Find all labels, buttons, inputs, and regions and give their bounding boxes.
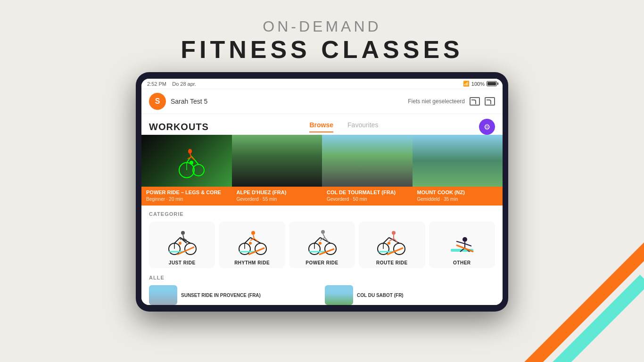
- ride-meta-2: Gevorderd · 50 min: [327, 197, 408, 202]
- category-img-power-ride: [305, 225, 339, 258]
- featured-rides: POWER RIDE – LEGS & CORE Beginner · 20 m…: [141, 135, 503, 206]
- ride-name-3: MOUNT COOK (NZ): [417, 189, 498, 196]
- svg-point-41: [321, 230, 325, 234]
- tab-favourites[interactable]: Favourites: [347, 121, 378, 132]
- page-subtitle: ON-DEMAND: [181, 18, 463, 35]
- category-label-other: OTHER: [453, 260, 471, 265]
- cast-icon-2[interactable]: [485, 97, 495, 106]
- category-label-rhythm-ride: RHYTHM RIDE: [234, 260, 270, 265]
- workouts-header: WORKOUTS Browse Favourites ⚙: [141, 114, 503, 135]
- cast-icon-1[interactable]: [470, 97, 480, 106]
- ride-card-img-1: [232, 135, 322, 187]
- tablet-screen: 2:52 PM Do 28 apr. 📶 100% S Sarah Test 5…: [141, 79, 503, 305]
- svg-line-30: [253, 235, 254, 239]
- just-ride-icon: [167, 228, 197, 255]
- app-header: S Sarah Test 5 Fiets niet geselecteerd: [141, 89, 503, 114]
- ride-card-0[interactable]: POWER RIDE – LEGS & CORE Beginner · 20 m…: [141, 135, 232, 206]
- svg-point-40: [319, 242, 322, 245]
- svg-point-17: [181, 231, 185, 235]
- decorative-stripes: [493, 230, 644, 362]
- avatar: S: [149, 93, 166, 110]
- alle-section: ALLE SUNSET RIDE IN PROVENCE (FRA) COL D…: [141, 270, 503, 305]
- status-time: 2:52 PM Do 28 apr.: [147, 81, 196, 87]
- svg-line-42: [323, 234, 325, 238]
- svg-point-15: [179, 242, 182, 245]
- battery-fill: [487, 82, 496, 85]
- bike-status: Fiets niet geselecteerd: [408, 98, 465, 105]
- tab-browse[interactable]: Browse: [309, 121, 333, 132]
- stripe-teal: [507, 275, 644, 362]
- ride-meta-1: Gevorderd · 55 min: [237, 197, 318, 202]
- page-header: ON-DEMAND FITNESS CLASSES: [181, 0, 463, 64]
- categorie-section: CATEGORIE: [141, 206, 503, 270]
- alle-rides: SUNSET RIDE IN PROVENCE (FRA) COL DU SAB…: [149, 285, 495, 305]
- power-ride-icon: [307, 228, 337, 255]
- svg-line-62: [456, 241, 465, 244]
- workouts-title: WORKOUTS: [149, 122, 209, 132]
- category-item-just-ride[interactable]: JUST RIDE: [149, 222, 215, 268]
- alle-ride-name-1: COL DU SABOT (FR): [357, 293, 404, 298]
- tabs: Browse Favourites: [309, 121, 378, 132]
- svg-point-53: [392, 231, 396, 235]
- user-name: Sarah Test 5: [171, 98, 207, 105]
- header-right: Fiets niet geselecteerd: [408, 97, 495, 106]
- ride-bike-icon-0: [168, 142, 206, 180]
- category-item-route-ride[interactable]: ROUTE RIDE: [359, 222, 425, 268]
- svg-line-18: [183, 235, 184, 239]
- alle-thumb-1: [325, 285, 353, 305]
- stripe-orange: [516, 237, 644, 362]
- ride-card-2[interactable]: COL DE TOURMALET (FRA) Gevorderd · 50 mi…: [322, 135, 413, 206]
- alle-thumb-0: [149, 285, 177, 305]
- svg-line-63: [465, 244, 471, 246]
- alle-label: ALLE: [149, 275, 495, 280]
- status-right: 📶 100%: [463, 81, 497, 87]
- ride-card-1[interactable]: ALPE D'HUEZ (FRA) Gevorderd · 55 min: [232, 135, 322, 206]
- svg-point-36: [325, 243, 336, 255]
- category-img-route-ride: [375, 225, 408, 258]
- ride-info-3: MOUNT COOK (NZ) Gemiddeld · 35 min: [413, 187, 503, 206]
- wifi-icon: 📶: [463, 81, 470, 87]
- category-grid: JUST RIDE: [149, 222, 495, 268]
- ride-info-0: POWER RIDE – LEGS & CORE Beginner · 20 m…: [141, 187, 232, 206]
- ride-meta-3: Gemiddeld · 35 min: [417, 197, 498, 202]
- category-item-other[interactable]: OTHER: [429, 222, 495, 268]
- alle-ride-item-0[interactable]: SUNSET RIDE IN PROVENCE (FRA): [149, 285, 319, 305]
- other-icon: [447, 228, 477, 255]
- filter-button[interactable]: ⚙: [479, 119, 495, 135]
- svg-point-29: [251, 231, 255, 235]
- svg-line-26: [250, 238, 261, 243]
- category-label-just-ride: JUST RIDE: [169, 260, 196, 265]
- battery-percentage: 100%: [471, 81, 485, 87]
- route-ride-icon: [377, 228, 407, 255]
- ride-card-img-3: [413, 135, 503, 187]
- ride-name-1: ALPE D'HUEZ (FRA): [237, 189, 318, 196]
- ride-meta-0: Beginner · 20 min: [146, 197, 227, 202]
- rhythm-ride-icon: [237, 228, 267, 255]
- category-label-route-ride: ROUTE RIDE: [376, 260, 408, 265]
- ride-card-3[interactable]: MOUNT COOK (NZ) Gemiddeld · 35 min: [413, 135, 503, 206]
- status-bar: 2:52 PM Do 28 apr. 📶 100%: [141, 79, 503, 89]
- battery-icon: [487, 81, 497, 86]
- svg-line-7: [190, 154, 191, 157]
- ride-card-img-0: [141, 135, 232, 187]
- category-img-rhythm-ride: [236, 225, 269, 258]
- svg-point-6: [188, 149, 192, 154]
- category-item-power-ride[interactable]: POWER RIDE: [289, 222, 355, 268]
- ride-card-img-2: [322, 135, 413, 187]
- svg-point-28: [249, 242, 252, 245]
- svg-point-60: [462, 237, 467, 242]
- category-item-rhythm-ride[interactable]: RHYTHM RIDE: [219, 222, 285, 268]
- tablet-frame: 2:52 PM Do 28 apr. 📶 100% S Sarah Test 5…: [136, 72, 508, 312]
- alle-ride-name-0: SUNSET RIDE IN PROVENCE (FRA): [181, 293, 261, 298]
- svg-point-5: [190, 161, 193, 165]
- categorie-label: CATEGORIE: [149, 211, 495, 217]
- alle-ride-item-1[interactable]: COL DU SABOT (FR): [325, 285, 495, 305]
- ride-info-1: ALPE D'HUEZ (FRA) Gevorderd · 55 min: [232, 187, 322, 206]
- ride-name-2: COL DE TOURMALET (FRA): [327, 189, 408, 196]
- ride-name-0: POWER RIDE – LEGS & CORE: [146, 189, 227, 196]
- ride-info-2: COL DE TOURMALET (FRA) Gevorderd · 50 mi…: [322, 187, 413, 206]
- page-title: FITNESS CLASSES: [181, 35, 463, 64]
- category-img-other: [446, 225, 479, 258]
- category-label-power-ride: POWER RIDE: [305, 260, 338, 265]
- svg-point-52: [388, 242, 390, 245]
